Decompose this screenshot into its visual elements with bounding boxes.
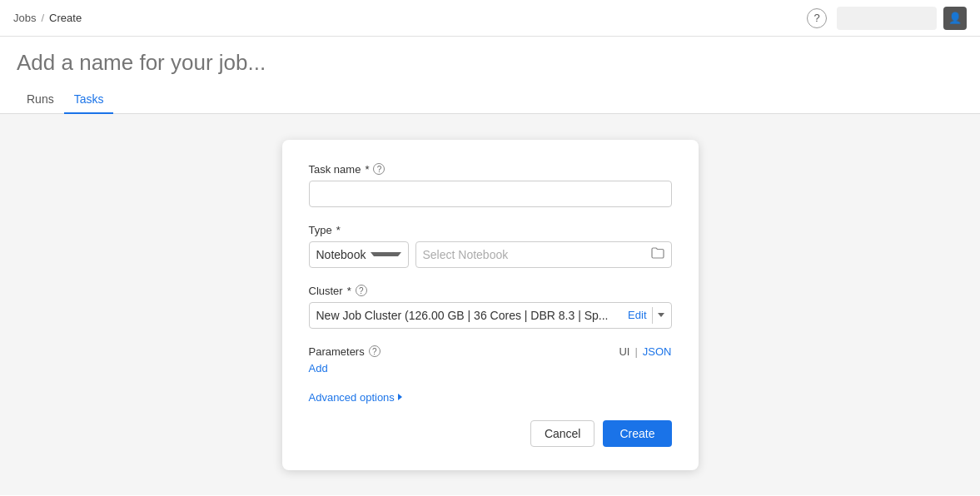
task-name-help-icon[interactable]: ? [373,163,385,175]
breadcrumb-current: Create [49,12,82,24]
folder-icon [651,247,664,261]
job-name-input[interactable] [17,50,963,76]
cluster-field-group: Cluster * ? New Job Cluster (126.00 GB |… [309,285,672,329]
user-area: 👤 [837,7,967,30]
breadcrumb-jobs[interactable]: Jobs [13,12,36,24]
advanced-options-chevron-icon [398,394,402,400]
task-dialog: Task name * ? Type * Notebook Select Not… [282,140,699,470]
app-header: Jobs / Create ? 👤 [0,0,980,37]
create-button[interactable]: Create [603,420,671,447]
cluster-row: New Job Cluster (126.00 GB | 36 Cores | … [309,302,672,329]
type-label: Type * [309,224,672,236]
parameters-json-label[interactable]: JSON [643,345,672,358]
parameters-toggle: UI | JSON [619,345,671,358]
notebook-placeholder: Select Notebook [423,248,509,261]
parameters-field-group: Parameters ? UI | JSON Add [309,345,672,374]
cluster-dropdown-chevron-icon[interactable] [658,313,664,317]
task-name-input[interactable] [309,181,672,207]
help-button[interactable]: ? [807,8,827,28]
user-name-bar [837,7,937,30]
cluster-value: New Job Cluster (126.00 GB | 36 Cores | … [316,309,609,322]
task-name-field-group: Task name * ? [309,163,672,207]
cluster-right: Edit [628,307,664,324]
type-required: * [336,224,341,236]
advanced-options-link[interactable]: Advanced options [309,391,672,404]
breadcrumb: Jobs / Create [13,12,82,24]
cluster-edit-link[interactable]: Edit [628,309,646,321]
cluster-required: * [347,285,351,297]
type-dropdown[interactable]: Notebook [309,241,409,268]
type-row: Notebook Select Notebook [309,241,672,268]
task-name-label: Task name * ? [309,163,672,176]
parameters-help-icon[interactable]: ? [369,345,381,357]
type-dropdown-chevron-icon [371,252,400,256]
parameters-ui-label[interactable]: UI [619,345,629,358]
main-content: Task name * ? Type * Notebook Select Not… [0,114,980,495]
cluster-divider [652,307,653,324]
header-right: ? 👤 [807,7,967,30]
user-avatar[interactable]: 👤 [943,7,967,30]
parameters-toggle-divider: | [634,345,637,358]
parameters-header: Parameters ? UI | JSON [309,345,672,358]
type-field-group: Type * Notebook Select Notebook [309,224,672,268]
task-name-required: * [365,163,369,176]
parameters-label: Parameters ? [309,345,381,358]
breadcrumb-separator: / [41,12,44,24]
page-title-area [0,37,980,76]
add-parameter-link[interactable]: Add [309,362,328,374]
cancel-button[interactable]: Cancel [530,420,595,447]
action-row: Cancel Create [309,420,672,447]
notebook-select[interactable]: Select Notebook [415,241,672,268]
user-icon: 👤 [948,12,962,24]
tab-runs[interactable]: Runs [17,86,64,114]
cluster-help-icon[interactable]: ? [356,285,367,296]
tabs-bar: Runs Tasks [0,86,980,114]
cluster-label: Cluster * ? [309,285,672,297]
tab-tasks[interactable]: Tasks [64,86,114,114]
advanced-options-label: Advanced options [309,391,395,404]
